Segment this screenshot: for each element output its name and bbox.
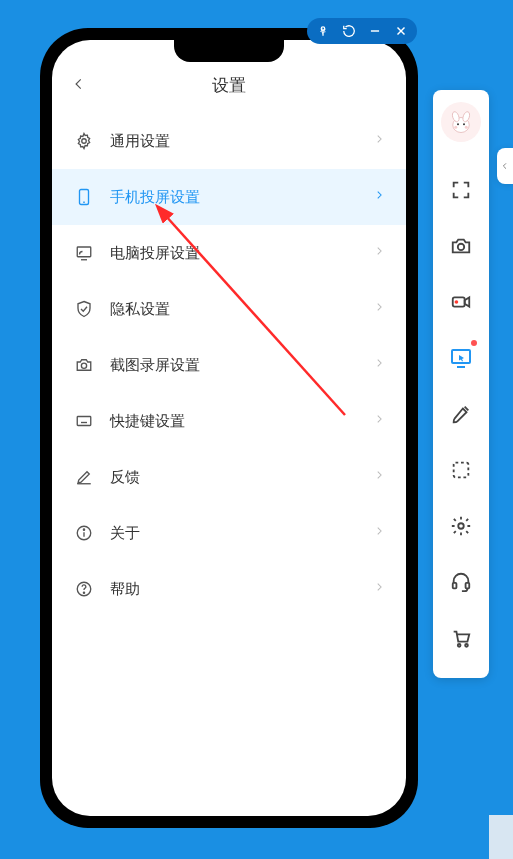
chevron-right-icon xyxy=(374,411,384,431)
sidebar-camera[interactable] xyxy=(441,226,481,266)
svg-point-19 xyxy=(83,529,84,530)
svg-rect-37 xyxy=(453,583,457,589)
svg-point-25 xyxy=(457,123,459,125)
sidebar-support[interactable] xyxy=(441,562,481,602)
settings-item-label: 手机投屏设置 xyxy=(110,188,374,207)
sidebar-record[interactable] xyxy=(441,282,481,322)
svg-rect-35 xyxy=(454,463,469,478)
settings-item-label: 截图录屏设置 xyxy=(110,356,374,375)
avatar[interactable] xyxy=(441,102,481,142)
svg-point-39 xyxy=(458,644,461,647)
chevron-right-icon xyxy=(374,355,384,375)
pin-icon[interactable] xyxy=(315,23,331,39)
sidebar-settings-gear[interactable] xyxy=(441,506,481,546)
chevron-right-icon xyxy=(374,523,384,543)
svg-point-29 xyxy=(458,244,464,250)
settings-item-label: 帮助 xyxy=(110,580,374,599)
settings-item-shield[interactable]: 隐私设置 xyxy=(52,281,406,337)
sidebar-select-region[interactable] xyxy=(441,450,481,490)
restore-icon[interactable] xyxy=(341,23,357,39)
settings-item-label: 关于 xyxy=(110,524,374,543)
sidebar-cart[interactable] xyxy=(441,618,481,658)
settings-item-label: 通用设置 xyxy=(110,132,374,151)
settings-item-keyboard[interactable]: 快捷键设置 xyxy=(52,393,406,449)
help-icon xyxy=(74,579,94,599)
settings-list: 通用设置手机投屏设置电脑投屏设置隐私设置截图录屏设置快捷键设置反馈关于帮助 xyxy=(52,113,406,816)
svg-point-23 xyxy=(451,111,460,123)
close-icon[interactable] xyxy=(393,23,409,39)
info-icon xyxy=(74,523,94,543)
svg-point-26 xyxy=(463,123,465,125)
svg-point-24 xyxy=(462,111,471,123)
settings-item-label: 反馈 xyxy=(110,468,374,487)
settings-item-monitor-cast[interactable]: 电脑投屏设置 xyxy=(52,225,406,281)
settings-item-label: 快捷键设置 xyxy=(110,412,374,431)
settings-item-label: 隐私设置 xyxy=(110,300,374,319)
chevron-right-icon xyxy=(374,243,384,263)
sidebar-brush[interactable] xyxy=(441,394,481,434)
phone-frame: 设置 通用设置手机投屏设置电脑投屏设置隐私设置截图录屏设置快捷键设置反馈关于帮助 xyxy=(40,28,418,828)
svg-rect-11 xyxy=(77,417,91,426)
svg-point-32 xyxy=(455,300,459,304)
svg-point-0 xyxy=(321,27,325,31)
pencil-icon xyxy=(74,467,94,487)
keyboard-icon xyxy=(74,411,94,431)
svg-point-28 xyxy=(465,126,468,129)
phone-icon xyxy=(74,187,94,207)
monitor-cast-icon xyxy=(74,243,94,263)
svg-point-10 xyxy=(81,363,86,368)
svg-point-27 xyxy=(454,126,457,129)
settings-item-info[interactable]: 关于 xyxy=(52,505,406,561)
chevron-right-icon xyxy=(374,467,384,487)
svg-point-5 xyxy=(82,139,87,144)
chevron-right-icon xyxy=(374,187,384,207)
svg-rect-30 xyxy=(453,297,465,306)
svg-marker-31 xyxy=(465,297,470,306)
settings-item-help[interactable]: 帮助 xyxy=(52,561,406,617)
sidebar-cursor-screen[interactable] xyxy=(441,338,481,378)
svg-point-40 xyxy=(465,644,468,647)
camera-icon xyxy=(74,355,94,375)
svg-point-21 xyxy=(83,592,84,593)
minimize-icon[interactable] xyxy=(367,23,383,39)
shield-icon xyxy=(74,299,94,319)
settings-item-gear[interactable]: 通用设置 xyxy=(52,113,406,169)
chevron-right-icon xyxy=(374,579,384,599)
settings-item-label: 电脑投屏设置 xyxy=(110,244,374,263)
chevron-right-icon xyxy=(374,131,384,151)
notification-dot xyxy=(471,340,477,346)
window-controls xyxy=(307,18,417,44)
page-title: 设置 xyxy=(72,74,386,97)
chevron-right-icon xyxy=(374,299,384,319)
settings-header: 设置 xyxy=(52,40,406,113)
tool-sidebar xyxy=(433,90,489,678)
sidebar-fullscreen[interactable] xyxy=(441,170,481,210)
settings-item-pencil[interactable]: 反馈 xyxy=(52,449,406,505)
svg-point-36 xyxy=(458,523,464,529)
gear-icon xyxy=(74,131,94,151)
back-button[interactable] xyxy=(72,73,86,99)
settings-item-camera[interactable]: 截图录屏设置 xyxy=(52,337,406,393)
svg-rect-8 xyxy=(77,247,91,257)
svg-rect-38 xyxy=(466,583,470,589)
edge-collapse-tab[interactable] xyxy=(497,148,513,184)
phone-screen: 设置 通用设置手机投屏设置电脑投屏设置隐私设置截图录屏设置快捷键设置反馈关于帮助 xyxy=(52,40,406,816)
settings-item-phone[interactable]: 手机投屏设置 xyxy=(52,169,406,225)
taskbar-edge xyxy=(489,815,513,859)
